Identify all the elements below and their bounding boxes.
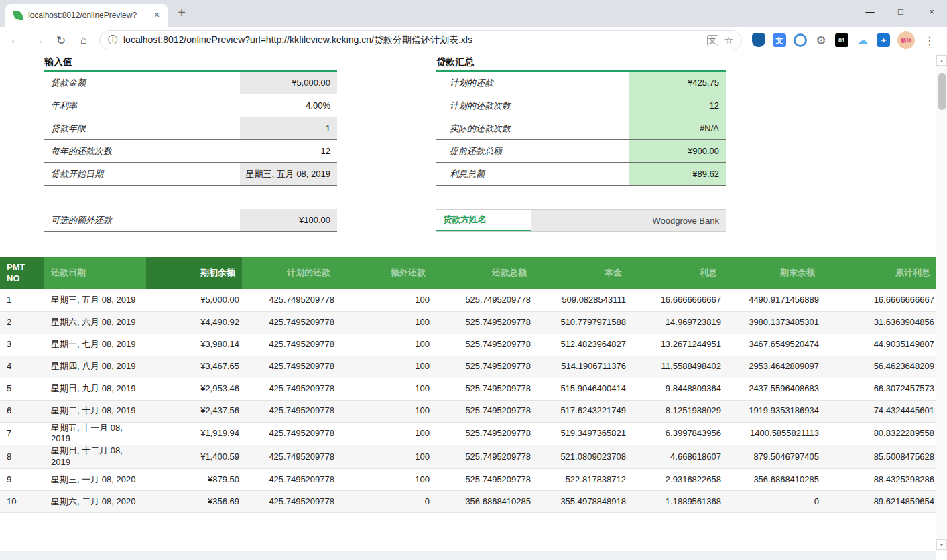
table-row: 6星期二, 十月 08, 2019¥2,437.56425.7495209778… (0, 400, 936, 422)
new-tab-button[interactable]: + (172, 4, 192, 24)
schedule-cell: 2 (0, 311, 44, 334)
schedule-header: PMT NO (0, 257, 44, 289)
profile-avatar[interactable]: 精华 (897, 31, 915, 49)
summary-row: 计划的还款次数12 (436, 94, 726, 117)
summary-row: 实际的还款次数#N/A (436, 117, 726, 140)
address-bar: ← → ↻ ⌂ ⓘ localhost:8012/onlinePreview?u… (0, 27, 947, 54)
schedule-cell: 525.7495209778 (432, 289, 533, 311)
input-label: 年利率 (44, 94, 240, 117)
schedule-cell: 31.6363904856 (822, 311, 936, 334)
spacer (44, 186, 337, 209)
schedule-cell: ¥2,953.46 (146, 378, 242, 400)
input-row: 年利率4.00% (44, 94, 337, 117)
schedule-cell: 425.7495209778 (242, 491, 337, 513)
schedule-cell: 100 (337, 334, 432, 356)
summary-row: 提前还款总额¥900.00 (436, 140, 726, 163)
schedule-cell: ¥3,980.14 (146, 334, 242, 356)
schedule-cell: 13.2671244951 (629, 334, 724, 356)
back-icon[interactable]: ← (6, 31, 25, 50)
schedule-cell: 88.4325298286 (822, 469, 936, 491)
browser-window: localhost:8012/onlinePreview? × + — □ × … (0, 0, 947, 560)
cloud-extension-icon[interactable]: ☁ (856, 33, 869, 47)
schedule-cell: 星期二, 十月 08, 2019 (44, 400, 146, 422)
browser-tab[interactable]: localhost:8012/onlinePreview? × (5, 4, 168, 27)
schedule-cell: ¥1,400.59 (146, 445, 242, 469)
scrollbar-thumb[interactable] (938, 73, 946, 110)
schedule-cell: 星期三, 五月 08, 2019 (44, 289, 146, 311)
schedule-cell: 3467.6549520474 (724, 334, 822, 356)
schedule-cell: 519.3497365821 (533, 422, 629, 445)
schedule-cell: 85.5008475628 (822, 445, 936, 469)
plane-extension-icon[interactable]: ✈ (877, 33, 890, 47)
shield-extension-icon[interactable] (752, 33, 765, 47)
schedule-cell: ¥3,467.65 (146, 356, 242, 378)
schedule-cell: 9 (0, 469, 44, 491)
schedule-cell: 509.0828543111 (533, 289, 629, 311)
schedule-cell: 425.7495209778 (242, 445, 337, 469)
schedule-header: 本金 (533, 257, 629, 289)
schedule-cell: 6.3997843956 (629, 422, 724, 445)
forward-icon[interactable]: → (29, 31, 48, 50)
summary-value: ¥425.75 (629, 72, 726, 94)
summary-label: 提前还款总额 (436, 140, 629, 162)
page-info-icon[interactable]: ⓘ (108, 34, 117, 46)
input-label: 贷款年限 (44, 117, 240, 139)
bookmark-star-icon[interactable]: ☆ (724, 34, 733, 46)
schedule-cell: 0 (724, 491, 822, 513)
schedule-cell: 356.6868410285 (432, 491, 533, 513)
schedule-cell: 512.4823964827 (533, 334, 629, 356)
schedule-cell: 星期日, 十二月 08, 2019 (44, 445, 146, 469)
scroll-up-icon[interactable]: ▲ (936, 55, 947, 66)
schedule-cell: 425.7495209778 (242, 469, 337, 491)
table-row: 1星期三, 五月 08, 2019¥5,000.00425.7495209778… (0, 289, 936, 311)
badge-extension-icon[interactable]: 01 (835, 33, 848, 47)
horizontal-scrollbar[interactable] (0, 551, 936, 560)
input-label: 可选的额外还款 (44, 209, 240, 231)
schedule-cell: 525.7495209778 (432, 334, 533, 356)
schedule-cell: 525.7495209778 (432, 356, 533, 378)
schedule-cell: 425.7495209778 (242, 289, 337, 311)
summary-row: 利息总额¥89.62 (436, 163, 726, 186)
schedule-cell: 100 (337, 311, 432, 334)
summary-label: 实际的还款次数 (436, 117, 629, 139)
schedule-cell: 525.7495209778 (432, 422, 533, 445)
maximize-button[interactable]: □ (885, 0, 916, 23)
gear-extension-icon[interactable]: ⚙ (814, 33, 828, 47)
schedule-cell: 425.7495209778 (242, 422, 337, 445)
schedule-cell: 100 (337, 356, 432, 378)
summary-title: 贷款汇总 (436, 55, 726, 72)
ring-extension-icon[interactable] (794, 33, 807, 47)
refresh-icon[interactable]: ↻ (52, 31, 70, 50)
minimize-button[interactable]: — (855, 0, 885, 23)
schedule-cell: 515.9046400414 (533, 378, 629, 400)
window-controls: — □ × (855, 0, 947, 23)
leaf-favicon-icon (13, 11, 23, 20)
menu-kebab-icon[interactable]: ⋮ (922, 34, 937, 47)
schedule-cell: 525.7495209778 (432, 400, 533, 422)
schedule-header: 累计利息 (822, 257, 936, 289)
summary-label: 利息总额 (436, 163, 629, 185)
inputs-title: 输入值 (44, 55, 337, 72)
input-row: 每年的还款次数12 (44, 140, 337, 163)
schedule-cell: 星期一, 七月 08, 2019 (44, 334, 146, 356)
home-icon[interactable]: ⌂ (74, 31, 93, 50)
schedule-cell: 星期日, 九月 08, 2019 (44, 378, 146, 400)
summary-label: 计划的还款次数 (436, 94, 629, 117)
vertical-scrollbar[interactable]: ▲ ▼ (936, 54, 947, 551)
scroll-down-icon[interactable]: ▼ (936, 539, 947, 550)
translate-icon[interactable]: 文 (707, 35, 718, 46)
schedule-cell: 879.5046797405 (724, 445, 822, 469)
table-row: 7星期五, 十一月 08, 2019¥1,919.94425.749520977… (0, 422, 936, 445)
schedule-header-row: PMT NO还款日期期初余额计划的还款额外还款还款总额本金利息期末余额累计利息 (0, 257, 936, 289)
schedule-cell: 16.6666666667 (629, 289, 724, 311)
schedule-cell: 6 (0, 400, 44, 422)
amortization-table: PMT NO还款日期期初余额计划的还款额外还款还款总额本金利息期末余额累计利息 … (0, 257, 936, 513)
schedule-header: 还款总额 (432, 257, 533, 289)
tab-close-icon[interactable]: × (151, 10, 162, 21)
close-button[interactable]: × (916, 0, 947, 23)
input-label: 贷款开始日期 (44, 163, 240, 185)
translate-extension-icon[interactable]: 文 (773, 33, 786, 47)
schedule-cell: 星期六, 六月 08, 2019 (44, 311, 146, 334)
url-input[interactable]: ⓘ localhost:8012/onlinePreview?url=http:… (99, 30, 742, 50)
schedule-cell: 525.7495209778 (432, 469, 533, 491)
